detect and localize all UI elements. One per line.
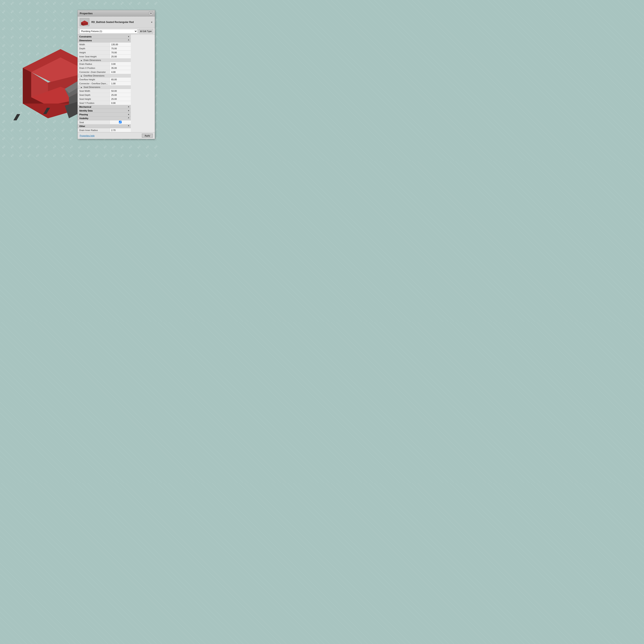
section-dimensions[interactable]: Dimensions ^ xyxy=(78,39,131,42)
prop-drain-radius: Drain Radius 3.00 xyxy=(78,62,131,66)
identity-data-collapse[interactable]: « xyxy=(128,109,129,112)
item-name: RD_Bathtub Seated Rectangular Red xyxy=(91,21,149,24)
drain-collapse-icon: ▶ xyxy=(81,60,82,61)
prop-depth-value[interactable]: 75.00 xyxy=(109,46,131,51)
prop-seat-y-position-label: Seat Y Position xyxy=(78,101,109,105)
prop-drain-inner-radius-label: Drain Inner Radius xyxy=(78,128,109,132)
prop-seat-visibility-value[interactable] xyxy=(109,120,131,124)
prop-seat-y-position-value[interactable]: 0.00 xyxy=(109,101,131,105)
seat-visibility-checkbox[interactable] xyxy=(119,121,122,123)
properties-help-link[interactable]: Properties help xyxy=(80,134,95,137)
prop-connector-drain-diameter-label: Connector -Drain Diameter xyxy=(78,70,109,74)
prop-seat-depth: Seat Depth 25.00 xyxy=(78,93,131,97)
prop-width-label: Width xyxy=(78,42,109,46)
identity-data-label: Identity Data xyxy=(79,109,93,112)
prop-depth-label: Depth xyxy=(78,46,109,51)
item-dropdown-arrow[interactable]: ▼ xyxy=(151,21,153,23)
prop-seat-depth-label: Seat Depth xyxy=(78,93,109,97)
section-constraints[interactable]: Constraints « xyxy=(78,35,131,39)
prop-width: Width 135.00 xyxy=(78,42,131,46)
prop-inner-seat-height: Inner Seat Height 25.00 xyxy=(78,55,131,59)
phasing-collapse[interactable]: « xyxy=(128,113,129,116)
prop-drain-x-position-value[interactable]: 35.00 xyxy=(109,66,131,70)
panel-footer: Properties help Apply xyxy=(78,132,155,139)
dimensions-collapse[interactable]: ^ xyxy=(128,39,129,41)
prop-height: Height 70.00 xyxy=(78,51,131,55)
close-button[interactable]: × xyxy=(149,11,153,15)
section-other[interactable]: Other ^ xyxy=(78,124,131,128)
prop-depth: Depth 75.00 xyxy=(78,46,131,51)
prop-overflow-height-value[interactable]: 65.00 xyxy=(109,77,131,82)
edit-type-label: Edit Type xyxy=(142,30,152,32)
properties-table: Constraints « Dimensions ^ Width 135.00 … xyxy=(78,35,155,132)
overflow-dimensions-label: Overflow Dimensions xyxy=(84,74,104,77)
section-visibility[interactable]: Visibility ^ xyxy=(78,117,131,120)
section-mechanical[interactable]: Mechanical « xyxy=(78,105,131,109)
section-phasing[interactable]: Phasing « xyxy=(78,113,131,117)
subsection-seat-dimensions[interactable]: ▶ Seat Dimensions xyxy=(78,86,131,89)
prop-inner-seat-height-value[interactable]: 25.00 xyxy=(109,55,131,59)
panel-header: RD_Bathtub Seated Rectangular Red ▼ xyxy=(78,17,155,28)
prop-connector-overflow-diameter: Connector - Overflow Diam... 1.00 xyxy=(78,82,131,86)
prop-drain-x-position: Drain X Position 35.00 xyxy=(78,66,131,70)
mechanical-label: Mechanical xyxy=(79,106,91,108)
mechanical-collapse[interactable]: « xyxy=(128,106,129,108)
prop-connector-overflow-diameter-label: Connector - Overflow Diam... xyxy=(78,82,109,86)
phasing-label: Phasing xyxy=(79,113,88,116)
type-selector-row: Plumbing Fixtures (1) ⊞ Edit Type xyxy=(78,28,155,35)
seat-collapse-icon: ▶ xyxy=(81,87,82,88)
item-thumbnail xyxy=(80,18,89,26)
prop-height-label: Height xyxy=(78,51,109,55)
prop-drain-inner-radius-value[interactable]: 2.70 xyxy=(109,128,131,132)
prop-connector-drain-diameter: Connector -Drain Diameter 4.00 xyxy=(78,70,131,74)
prop-overflow-height: Overflow Height 65.00 xyxy=(78,77,131,82)
other-collapse[interactable]: ^ xyxy=(128,125,129,127)
prop-drain-radius-label: Drain Radius xyxy=(78,62,109,66)
prop-seat-y-position: Seat Y Position 0.00 xyxy=(78,101,131,105)
prop-seat-visibility: Seat xyxy=(78,120,131,124)
prop-seat-depth-value[interactable]: 25.00 xyxy=(109,93,131,97)
prop-seat-width-value[interactable]: 50.00 xyxy=(109,89,131,93)
subsection-drain-dimensions[interactable]: ▶ Drain Dimensions xyxy=(78,59,131,62)
prop-connector-drain-diameter-value[interactable]: 4.00 xyxy=(109,70,131,74)
prop-width-value[interactable]: 135.00 xyxy=(109,42,131,46)
dimensions-label: Dimensions xyxy=(79,39,92,42)
edit-type-icon: ⊞ xyxy=(140,30,142,33)
apply-button[interactable]: Apply xyxy=(142,134,153,138)
edit-type-button[interactable]: ⊞ Edit Type xyxy=(139,29,153,33)
section-identity-data[interactable]: Identity Data « xyxy=(78,109,131,113)
subsection-overflow-dimensions[interactable]: ▶ Overflow Dimensions xyxy=(78,74,131,77)
visibility-label: Visibility xyxy=(79,117,88,120)
seat-dimensions-label: Seat Dimensions xyxy=(84,86,100,88)
other-label: Other xyxy=(79,125,85,127)
overflow-collapse-icon: ▶ xyxy=(81,75,82,77)
prop-seat-height: Seat Height 25.00 xyxy=(78,97,131,101)
constraints-label: Constraints xyxy=(79,35,92,38)
prop-drain-radius-value[interactable]: 3.00 xyxy=(109,62,131,66)
prop-seat-width-label: Seat Width xyxy=(78,89,109,93)
prop-seat-height-value[interactable]: 25.00 xyxy=(109,97,131,101)
constraints-collapse[interactable]: « xyxy=(128,35,129,38)
type-dropdown[interactable]: Plumbing Fixtures (1) xyxy=(79,29,137,33)
prop-overflow-height-label: Overflow Height xyxy=(78,77,109,82)
prop-seat-height-label: Seat Height xyxy=(78,97,109,101)
prop-seat-width: Seat Width 50.00 xyxy=(78,89,131,93)
prop-height-value[interactable]: 70.00 xyxy=(109,51,131,55)
prop-drain-inner-radius: Drain Inner Radius 2.70 xyxy=(78,128,131,132)
panel-title: Properties xyxy=(80,12,93,15)
visibility-collapse[interactable]: ^ xyxy=(128,117,129,119)
prop-connector-overflow-diameter-value[interactable]: 1.00 xyxy=(109,82,131,86)
prop-seat-visibility-label: Seat xyxy=(78,120,109,124)
drain-dimensions-label: Drain Dimensions xyxy=(84,59,101,61)
prop-inner-seat-height-label: Inner Seat Height xyxy=(78,55,109,59)
properties-panel: Properties × RD_Bathtub Seated Rectangul… xyxy=(77,10,155,139)
panel-titlebar: Properties × xyxy=(78,10,155,17)
prop-drain-x-position-label: Drain X Position xyxy=(78,66,109,70)
svg-rect-16 xyxy=(13,114,20,120)
